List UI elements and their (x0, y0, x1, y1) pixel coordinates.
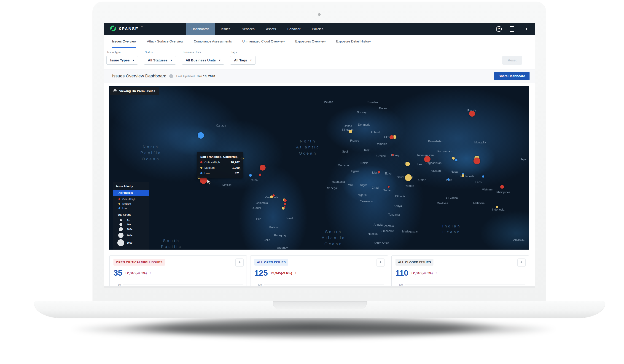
info-icon[interactable]: i (169, 74, 173, 78)
map-marker-medium[interactable] (349, 130, 352, 133)
filter-label-business-units: Business Units (183, 51, 224, 54)
map-country-label-kenya: Kenya (394, 204, 402, 208)
chart-grid-row: 400 (254, 282, 384, 288)
count-circle-icon (119, 227, 123, 231)
download-icon[interactable] (376, 258, 385, 267)
card-value: 35 (113, 268, 122, 277)
map-country-label-bolivia: Bolivia (269, 226, 278, 229)
filter-select-tags[interactable]: All Tags▾ (230, 56, 256, 65)
count-label: 10+ (127, 223, 131, 226)
download-icon[interactable] (518, 258, 526, 267)
map-marker-medium[interactable] (270, 195, 273, 198)
laptop-bezel: XPANSE ™ DashboardsIssuesServicesAssetsB… (93, 2, 546, 301)
map-marker-medium[interactable] (405, 162, 410, 166)
card-value: 125 (254, 268, 268, 277)
map-country-label-tunisia: Tunisia (359, 161, 368, 165)
legend-all-priorities[interactable]: All Priorities (113, 190, 149, 196)
metric-card-open-critical-high-issues: OPEN CRITICAL/HIGH ISSUES35+2,345(-9.6%)… (109, 255, 247, 288)
map-country-label-nepal: Nepal (451, 170, 458, 174)
map-country-label-colombia: Colombia (256, 201, 268, 205)
nav-item-policies[interactable]: Policies (306, 23, 329, 35)
tab-exposure-detail-history[interactable]: Exposure Detail History (336, 35, 371, 48)
map-country-label-south-africa: South Africa (374, 241, 389, 245)
map-marker-critical[interactable] (390, 135, 394, 139)
help-icon[interactable]: ? (495, 25, 502, 32)
nav-item-dashboards[interactable]: Dashboards (186, 23, 215, 35)
map-marker-critical[interactable] (260, 165, 265, 171)
map-marker-critical[interactable] (388, 186, 390, 188)
legend-count-10: 10+ (113, 222, 149, 227)
map-country-label-cameroon: Cameroon (360, 200, 373, 204)
tooltip-row-low: Low821 (200, 172, 240, 175)
map-country-label-finland: Finland (379, 107, 388, 111)
card-value-row: 35+2,345(-9.6%)↑ (113, 268, 243, 277)
tab-attack-surface-overview[interactable]: Attack Surface Overview (147, 35, 183, 48)
filter-select-business-units[interactable]: All Business Units▾ (182, 56, 224, 65)
map-marker-critical[interactable] (284, 206, 286, 208)
map-country-label-yemen: Yemen (405, 184, 414, 188)
brand-logo[interactable]: XPANSE ™ (104, 23, 151, 35)
map-marker-low[interactable] (249, 174, 252, 177)
nav-item-assets[interactable]: Assets (260, 23, 282, 35)
laptop-base (34, 301, 605, 318)
map-marker-medium[interactable] (405, 174, 412, 181)
map-legend: Issue Priority All Priorities Critical/H… (113, 182, 149, 250)
filter-select-status[interactable]: All Statuses▾ (144, 56, 176, 65)
tab-unmanaged-cloud-overview[interactable]: Unmanaged Cloud Overview (242, 35, 285, 48)
tooltip-label: Low (205, 172, 210, 175)
map-marker-critical[interactable] (473, 158, 480, 164)
map-marker-critical[interactable] (392, 154, 394, 156)
issues-world-map[interactable]: Viewing On-Prem Issues San Francisco, Ca… (109, 86, 529, 250)
map-marker-medium[interactable] (452, 157, 455, 160)
release-notes-icon[interactable] (509, 25, 515, 32)
map-country-label-norway: Norway (357, 111, 366, 114)
map-marker-critical[interactable] (424, 156, 431, 162)
filter-select-issue-type[interactable]: Issue Types▾ (106, 56, 138, 65)
map-marker-critical[interactable] (284, 203, 286, 205)
filter-group-tags: TagsAll Tags▾ (230, 51, 256, 65)
logout-icon[interactable] (521, 25, 528, 32)
card-title-badge: ALL OPEN ISSUES (254, 259, 288, 266)
nav-item-behavior[interactable]: Behavior (282, 23, 306, 35)
filter-group-status: StatusAll Statuses▾ (144, 51, 176, 65)
download-icon[interactable] (235, 258, 244, 267)
reset-button[interactable]: Reset (502, 56, 522, 65)
filter-label-status: Status (145, 51, 176, 54)
ocean-label-south-pacific: South Pacific (161, 238, 182, 250)
map-country-label-tanzania: Tanzania (389, 213, 400, 217)
map-marker-critical[interactable] (469, 111, 475, 117)
webcam-dot (318, 13, 321, 16)
map-country-label-kazakhstan: Kazakhstan (428, 140, 443, 143)
tab-compliance-assessments[interactable]: Compliance Assessments (194, 35, 232, 48)
tab-issues-overview[interactable]: Issues Overview (112, 35, 136, 48)
legend-item-low[interactable]: Low (113, 206, 149, 210)
map-marker-critical[interactable] (284, 199, 286, 202)
map-marker-low[interactable] (482, 175, 484, 178)
map-marker-critical[interactable] (378, 171, 380, 173)
tab-exposures-overview[interactable]: Exposures Overview (295, 35, 326, 48)
map-marker-critical[interactable] (259, 174, 261, 176)
nav-item-issues[interactable]: Issues (215, 23, 236, 35)
map-marker-medium[interactable] (496, 206, 498, 208)
map-country-label-egypt: Egypt (385, 172, 392, 176)
map-marker-low[interactable] (447, 178, 449, 181)
map-marker-critical[interactable] (500, 185, 504, 189)
arrow-up-icon: ↑ (435, 271, 437, 275)
map-marker-medium[interactable] (462, 174, 464, 177)
card-delta: +2,345(-9.6%) (411, 271, 433, 275)
map-country-label-mali: Mali (348, 183, 353, 187)
legend-item-medium[interactable]: Medium (113, 201, 149, 206)
map-country-label-algeria: Algeria (351, 170, 360, 173)
chart-grid-row: 400 (395, 282, 525, 288)
map-country-label-denmark: Denmark (358, 123, 370, 127)
map-country-label-chile: Chile (263, 238, 270, 242)
map-country-label-namibia: Namibia (368, 232, 378, 236)
map-country-label-cuba: Cuba (251, 179, 258, 182)
map-marker-low[interactable] (455, 159, 458, 161)
map-country-label-italy: Italy (364, 148, 369, 152)
metric-cards-row: OPEN CRITICAL/HIGH ISSUES35+2,345(-9.6%)… (109, 255, 529, 288)
share-dashboard-button[interactable]: Share Dashboard (494, 72, 529, 80)
legend-item-critical-high[interactable]: Critical/High (113, 197, 149, 201)
map-marker-low[interactable] (198, 132, 204, 139)
nav-item-services[interactable]: Services (236, 23, 260, 35)
